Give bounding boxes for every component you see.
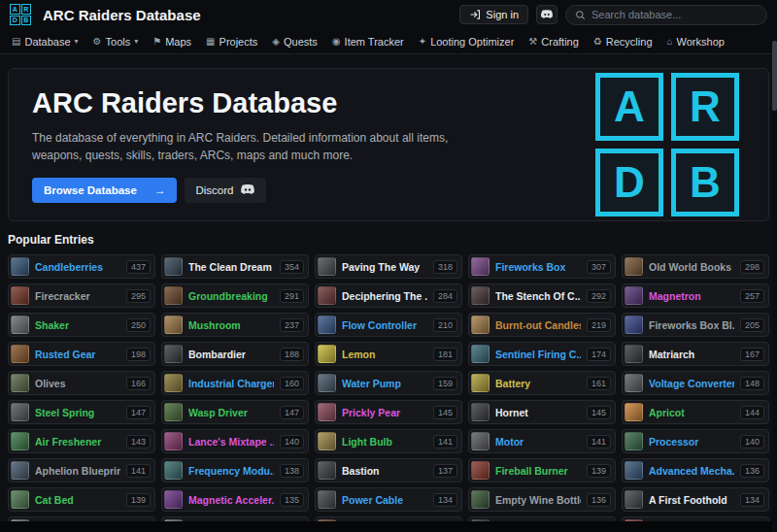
browse-database-button[interactable]: Browse Database → (32, 178, 177, 203)
item-name: A First Foothold (649, 494, 734, 506)
popular-entry-card[interactable]: Lemon 181 (315, 342, 462, 366)
item-count-badge: 136 (587, 493, 611, 507)
popular-entry-card[interactable]: Hornet 145 (468, 400, 616, 424)
popular-entry-card[interactable]: Matriarch 167 (622, 342, 769, 366)
discord-button[interactable] (536, 5, 557, 24)
nav-item-projects[interactable]: ▦ Projects (206, 36, 257, 48)
site-logo[interactable]: A R D B (10, 4, 31, 25)
sign-in-button[interactable]: Sign in (459, 5, 528, 24)
item-thumbnail (471, 286, 490, 305)
popular-entry-card[interactable]: Candleberries 437 (8, 254, 155, 279)
popular-entry-card[interactable]: Sentinel Firing C... 174 (468, 342, 616, 366)
nav-item-quests[interactable]: ◈ Quests (272, 36, 318, 48)
nav-item-item-tracker[interactable]: ◉ Item Tracker (332, 36, 404, 48)
nav-item-looting-optimizer[interactable]: ✦ Looting Optimizer (419, 36, 515, 48)
popular-entry-card[interactable]: Motor 141 (468, 429, 616, 453)
item-name: Wasp Driver (188, 407, 274, 418)
logo-letter: D (10, 16, 20, 26)
popular-entry-card[interactable]: Cat Bed 139 (8, 487, 155, 512)
popular-entry-card[interactable]: Magnetron 257 (622, 283, 769, 308)
item-count-badge: 148 (740, 377, 764, 390)
item-thumbnail (164, 374, 183, 392)
item-count-badge: 141 (587, 435, 611, 449)
popular-entry-card[interactable]: The Stench Of C... 292 (468, 283, 616, 308)
popular-entry-card[interactable]: Processor 140 (622, 429, 769, 453)
item-name: Hornet (495, 407, 581, 418)
item-count-badge: 354 (280, 260, 304, 274)
popular-entry-card[interactable]: Rusted Gear 198 (8, 342, 155, 366)
popular-entry-card[interactable]: Bombardier 188 (161, 342, 309, 366)
nav-item-recycling[interactable]: ♻ Recycling (593, 36, 653, 48)
popular-entry-card[interactable]: Fireball Burner 139 (468, 458, 616, 482)
popular-entry-card[interactable]: Empty Wine Bottle 136 (468, 487, 616, 512)
main-nav: ▤ Database ▾ ⚙ Tools ▾ ⚑ Maps ▦ Projects… (0, 29, 777, 54)
popular-entry-card[interactable]: Advanced Mecha... 136 (622, 458, 769, 482)
popular-entry-card[interactable]: Bastion 137 (315, 458, 462, 482)
crafting-icon: ⚒ (528, 36, 537, 47)
item-thumbnail (625, 403, 643, 421)
popular-entry-card[interactable]: Groundbreaking 291 (161, 283, 309, 308)
popular-entry-card[interactable]: Apricot 144 (622, 400, 769, 424)
popular-entry-card[interactable]: Frequency Modu... 138 (161, 458, 309, 482)
item-name: Light Bulb (342, 436, 427, 448)
popular-entry-card[interactable]: Shaker 250 (8, 313, 155, 337)
popular-entry-card[interactable]: Wasp Driver 147 (161, 400, 309, 424)
hero-title: ARC Raiders Database (32, 87, 459, 119)
nav-item-crafting[interactable]: ⚒ Crafting (528, 36, 579, 48)
item-thumbnail (318, 403, 336, 421)
item-thumbnail (318, 374, 336, 392)
popular-entry-card[interactable]: Old World Books 298 (622, 254, 769, 279)
popular-entry-card[interactable]: Water Pump 159 (315, 371, 462, 395)
popular-entry-card[interactable]: The Clean Dream 354 (161, 254, 309, 279)
popular-entry-card[interactable]: Air Freshener 143 (8, 429, 155, 453)
scrollbar-track[interactable] (772, 0, 777, 532)
tools-icon: ⚙ (93, 36, 102, 47)
nav-item-tools[interactable]: ⚙ Tools ▾ (93, 36, 139, 48)
nav-item-workshop[interactable]: ⌂ Workshop (667, 36, 725, 48)
popular-entry-card[interactable]: Prickly Pear 145 (315, 400, 462, 424)
popular-entry-card[interactable]: Mushroom 237 (161, 313, 309, 337)
popular-entry-card[interactable]: Fireworks Box 307 (468, 254, 616, 279)
popular-entry-card[interactable]: Aphelion Blueprint 141 (8, 458, 155, 482)
popular-entry-card[interactable]: Lance's Mixtape ... 140 (161, 429, 309, 453)
item-name: Power Cable (342, 494, 427, 506)
item-name: Fireball Burner (495, 465, 581, 477)
item-name: Processor (649, 436, 734, 448)
popular-entry-card[interactable]: Battery 161 (468, 371, 616, 395)
item-thumbnail (164, 286, 183, 305)
item-thumbnail (164, 316, 183, 334)
item-name: Prickly Pear (342, 407, 427, 418)
nav-item-maps[interactable]: ⚑ Maps (152, 36, 191, 48)
popular-entry-card[interactable]: Fireworks Box Bl... 205 (622, 313, 769, 337)
popular-entry-card[interactable]: Industrial Charger 160 (161, 371, 309, 395)
item-thumbnail (625, 286, 643, 305)
popular-entry-card[interactable]: Paving The Way 318 (315, 254, 462, 279)
quests-icon: ◈ (272, 36, 280, 47)
hero-panel: ARC Raiders Database The database of eve… (8, 68, 769, 221)
nav-item-database[interactable]: ▤ Database ▾ (12, 36, 79, 48)
popular-entry-card[interactable]: Power Cable 134 (315, 487, 462, 512)
popular-entry-card[interactable]: Light Bulb 141 (315, 429, 462, 453)
nav-item-label: Quests (284, 36, 318, 48)
nav-item-label: Item Tracker (345, 36, 404, 48)
popular-grid: Candleberries 437 Firecracker 295 Shaker… (8, 254, 769, 532)
discord-hero-button[interactable]: Discord (185, 178, 266, 203)
popular-entry-card[interactable]: Olives 166 (8, 371, 155, 395)
popular-entry-card[interactable]: Firecracker 295 (8, 283, 155, 308)
item-name: The Clean Dream (188, 261, 274, 273)
item-count-badge: 134 (433, 493, 457, 507)
popular-entry-card[interactable]: Deciphering The ... 284 (315, 283, 462, 308)
popular-entry-card[interactable]: Burnt-out Candles 219 (468, 313, 616, 337)
item-thumbnail (11, 490, 29, 509)
popular-entry-card[interactable]: A First Foothold 134 (622, 487, 769, 512)
item-name: Paving The Way (342, 261, 427, 273)
scrollbar-thumb[interactable] (772, 41, 777, 111)
nav-item-label: Looting Optimizer (430, 36, 514, 48)
search-input[interactable] (591, 9, 758, 20)
popular-entry-card[interactable]: Magnetic Acceler... 135 (161, 487, 309, 512)
popular-entry-card[interactable]: Steel Spring 147 (8, 400, 155, 424)
item-thumbnail (471, 461, 490, 480)
site-title[interactable]: ARC Raiders Database (43, 7, 201, 23)
popular-entry-card[interactable]: Voltage Converter 148 (622, 371, 769, 395)
popular-entry-card[interactable]: Flow Controller 210 (315, 313, 462, 337)
